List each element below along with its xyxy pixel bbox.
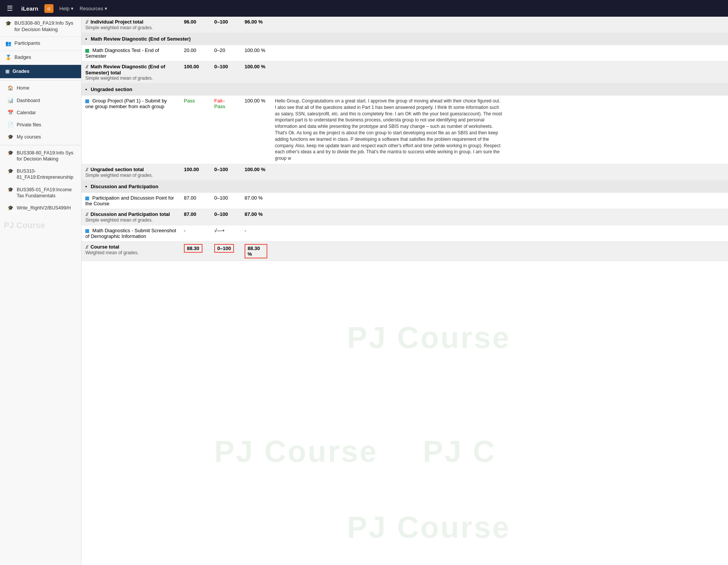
help-menu[interactable]: Help ▾: [60, 6, 74, 11]
individual-project-total-name: 𝑥̄ Individual Project total Simple weigh…: [82, 17, 180, 33]
content-area: PJ Course PJ C PJ Course PJ Course PJ C …: [82, 17, 728, 565]
math-review-section-header: ▪ Math Review Diagnostic (End of Semeste…: [82, 33, 728, 45]
group-project-percent: 100.00 %: [241, 96, 271, 164]
hamburger-icon[interactable]: ☰: [5, 3, 15, 14]
course-total-range: 0–100: [210, 241, 241, 261]
participation-name: Participation and Discussion Point for t…: [82, 192, 180, 209]
ungraded-header-label: ▪ Ungraded section: [82, 83, 728, 96]
agg-icon-3: 𝑥̄: [85, 167, 88, 172]
sidebar-item-home[interactable]: 🏠 Home: [0, 82, 81, 94]
sidebar-item-grades[interactable]: ⊞ Grades: [0, 65, 81, 79]
math-diagnostics-test-percent: 100.00 %: [241, 45, 271, 61]
course-bus310-icon: 🎓: [8, 168, 14, 174]
individual-project-total-feedback: [271, 17, 728, 33]
sidebar-dashboard-label: Dashboard: [17, 98, 40, 104]
discussion-total-range: 0–100: [210, 209, 241, 225]
participants-icon: 👥: [5, 41, 11, 47]
sidebar-course-bus308[interactable]: 🎓 BUS308-80_FA19:Info Sys for Decision M…: [0, 147, 81, 165]
dashboard-icon: 📊: [8, 98, 14, 104]
agg-icon-5: 𝑥̄: [85, 244, 88, 250]
math-diagnostics-submit-range: √—+: [210, 225, 241, 241]
main-layout: 🎓 BUS308-80_FA19:Info Sys for Decision M…: [0, 17, 728, 565]
ungraded-total-percent: 100.00 %: [241, 164, 271, 180]
sidebar-item-calendar[interactable]: 📅 Calendar: [0, 107, 81, 119]
math-diagnostics-submit-feedback: [271, 225, 728, 241]
green-sq-icon: [85, 49, 89, 53]
ungraded-total-range: 0–100: [210, 164, 241, 180]
course-total-row: 𝑥̄ Course total Weighted mean of grades.…: [82, 241, 728, 261]
folder-icon-2: ▪: [85, 87, 87, 92]
math-review-total-range: 0–100: [210, 61, 241, 83]
math-diagnostics-test-range: 0–20: [210, 45, 241, 61]
sidebar-course-bus499[interactable]: 🎓 Write_RightV2/BUS499/H: [0, 202, 81, 214]
folder-icon: ▪: [85, 36, 87, 42]
ungraded-total-row: 𝑥̄ Ungraded section total Simple weighte…: [82, 164, 728, 180]
sidebar-course-bus308-label: BUS308-80_FA19:Info Sys for Decision Mak…: [17, 150, 76, 162]
group-project-range: Fail– Pass: [210, 96, 241, 164]
ungraded-total-feedback: [271, 164, 728, 180]
sidebar-grades-label: Grades: [13, 68, 30, 75]
discussion-header-label: ▪ Discussion and Participation: [82, 180, 728, 192]
sidebar: 🎓 BUS308-80_FA19:Info Sys for Decision M…: [0, 17, 82, 565]
resources-menu[interactable]: Resources ▾: [80, 6, 107, 11]
sidebar-course-bus385[interactable]: 🎓 BUS385-01_FA19:Income Tax Fundamentals: [0, 184, 81, 202]
blue-sq-icon-3: [85, 229, 89, 233]
sidebar-badges-label: Badges: [14, 54, 31, 61]
math-diagnostics-test-grade: 20.00: [180, 45, 210, 61]
discussion-total-feedback: [271, 209, 728, 225]
discussion-total-row: 𝑥̄ Discussion and Participation total Si…: [82, 209, 728, 225]
discussion-total-name: 𝑥̄ Discussion and Participation total Si…: [82, 209, 180, 225]
grades-icon: ⊞: [5, 69, 9, 75]
group-project-grade: Pass: [180, 96, 210, 164]
participation-range: 0–100: [210, 192, 241, 209]
sidebar-item-private-files[interactable]: 📄 Private files: [0, 119, 81, 131]
discussion-total-grade: 87.00: [180, 209, 210, 225]
sidebar-item-course[interactable]: 🎓 BUS308-80_FA19:Info Sys for Decision M…: [0, 17, 81, 37]
blue-sq-icon-2: [85, 197, 89, 200]
course-total-percent-value: 88.30 %: [245, 244, 267, 258]
sidebar-item-participants[interactable]: 👥 Participants: [0, 37, 81, 51]
course-total-name: 𝑥̄ Course total Weighted mean of grades.: [82, 241, 180, 261]
individual-project-total-range: 0–100: [210, 17, 241, 33]
discussion-section-header: ▪ Discussion and Participation: [82, 180, 728, 192]
course-bus499-icon: 🎓: [8, 205, 14, 211]
sidebar-course-bus310[interactable]: 🎓 BUS310-81_FA19:Entrepreneurship: [0, 165, 81, 184]
sidebar-divider-2: [0, 145, 81, 145]
calendar-icon: 📅: [8, 110, 14, 116]
math-diagnostics-test-name: Math Diagnostics Test - End of Semester: [82, 45, 180, 61]
math-diagnostics-submit-row: Math Diagnostics - Submit Screenshot of …: [82, 225, 728, 241]
agg-icon: 𝑥̄: [85, 19, 88, 25]
brand-label: iLearn: [21, 5, 38, 12]
participation-feedback: [271, 192, 728, 209]
sidebar-course-label: BUS308-80_FA19:Info Sys for Decision Mak…: [14, 20, 76, 33]
blue-sq-icon: [85, 99, 89, 103]
group-project-feedback: Hello Group, Congratulations on a great …: [271, 96, 728, 164]
sidebar-item-badges[interactable]: 🏅 Badges: [0, 51, 81, 65]
math-diagnostics-test-feedback: [271, 45, 728, 61]
individual-project-total-percent: 96.00 %: [241, 17, 271, 33]
participation-grade: 87.00: [180, 192, 210, 209]
participation-percent: 87.00 %: [241, 192, 271, 209]
course-total-range-value: 0–100: [214, 244, 234, 253]
math-diagnostics-test-row: Math Diagnostics Test - End of Semester …: [82, 45, 728, 61]
sidebar-my-courses-label: My courses: [17, 134, 41, 140]
course-bus308-icon: 🎓: [8, 150, 14, 156]
math-diagnostics-submit-percent: -: [241, 225, 271, 241]
nav-icon-alpha[interactable]: α: [44, 4, 53, 13]
private-files-icon: 📄: [8, 122, 14, 128]
course-total-feedback: [271, 241, 728, 261]
group-project-row: Group Project (Part 1) - Submit by one g…: [82, 96, 728, 164]
math-review-total-name: 𝑥̄ Math Review Diagnostic (End of Semest…: [82, 61, 180, 83]
sidebar-item-dashboard[interactable]: 📊 Dashboard: [0, 94, 81, 107]
sidebar-item-my-courses[interactable]: 🎓 My courses: [0, 131, 81, 143]
sidebar-divider: [0, 80, 81, 80]
folder-icon-3: ▪: [85, 184, 87, 189]
grade-table: 𝑥̄ Individual Project total Simple weigh…: [82, 17, 728, 261]
agg-icon-4: 𝑥̄: [85, 211, 88, 217]
group-project-name: Group Project (Part 1) - Submit by one g…: [82, 96, 180, 164]
sidebar-home-label: Home: [17, 85, 29, 91]
ungraded-total-name: 𝑥̄ Ungraded section total Simple weighte…: [82, 164, 180, 180]
sidebar-participants-label: Participants: [14, 40, 40, 47]
course-total-percent: 88.30 %: [241, 241, 271, 261]
individual-project-total-grade: 96.00: [180, 17, 210, 33]
